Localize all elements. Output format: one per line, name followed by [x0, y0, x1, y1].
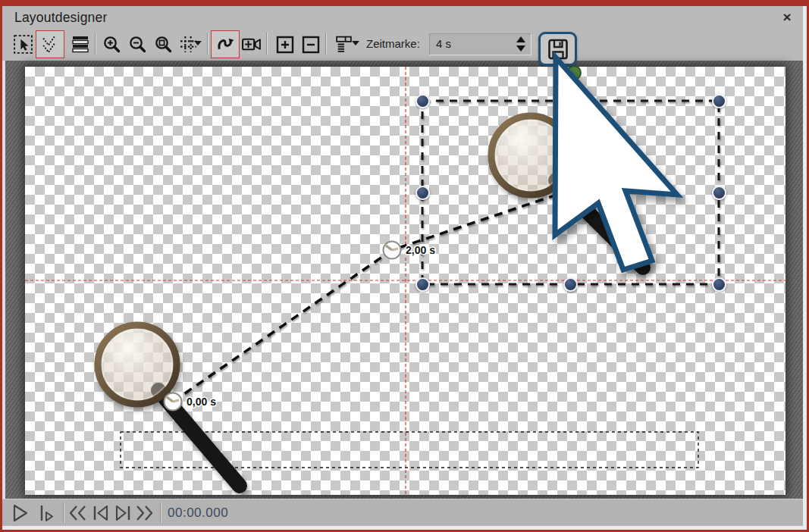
play-from-time-icon — [38, 503, 58, 523]
separator — [207, 33, 209, 55]
zone-edge — [2, 61, 5, 499]
separator — [325, 33, 327, 55]
separator — [95, 33, 96, 55]
zoom-in-button[interactable] — [98, 30, 127, 58]
zeitmarke-input[interactable]: 4 s — [429, 33, 531, 55]
selection-handle[interactable] — [712, 277, 726, 292]
zoom-fit-icon — [154, 35, 174, 55]
magnifier-object-end[interactable] — [491, 116, 643, 268]
spinner-up-icon[interactable] — [516, 36, 525, 42]
minus-icon — [301, 35, 321, 55]
waypoint-start[interactable] — [165, 393, 182, 411]
layoutdesigner-window: Layoutdesigner × — [0, 0, 809, 532]
camera-pan-button[interactable] — [237, 30, 265, 58]
layers-button[interactable] — [66, 30, 95, 58]
keyframe-list-dropdown-icon[interactable] — [352, 41, 359, 45]
fast-forward-button[interactable] — [134, 502, 155, 524]
titlebar[interactable]: Layoutdesigner × — [2, 6, 803, 27]
selection-handle[interactable] — [415, 94, 430, 108]
play-icon — [11, 503, 30, 523]
playback-bar: 00:00.000 — [2, 499, 803, 526]
rewind-button[interactable] — [67, 502, 88, 524]
selection-handle[interactable] — [415, 277, 430, 292]
time-display: 00:00.000 — [168, 505, 228, 521]
layout-canvas[interactable]: 0,00 s 2,00 s — [25, 67, 785, 495]
separator — [63, 502, 64, 523]
waypoint-middle[interactable] — [384, 242, 401, 259]
motion-path-icon — [41, 34, 59, 55]
close-button[interactable]: × — [777, 8, 797, 27]
save-button[interactable] — [538, 32, 577, 66]
window-title: Layoutdesigner — [14, 10, 107, 26]
zoom-out-button[interactable] — [124, 30, 152, 58]
keyframe-list-icon — [334, 35, 353, 54]
separator — [160, 502, 161, 523]
zeitmarke-label: Zeitmarke: — [366, 37, 420, 50]
canvas-art: 0,00 s 2,00 s — [25, 67, 785, 495]
motion-curve-icon — [215, 34, 236, 55]
current-time-marker[interactable] — [567, 67, 581, 80]
motion-curve-button[interactable] — [211, 30, 240, 58]
remove-button[interactable] — [296, 30, 325, 58]
skip-to-start-icon — [91, 503, 111, 523]
marquee-select-icon — [13, 34, 33, 55]
window-border — [0, 0, 2, 532]
plus-icon — [275, 35, 295, 55]
canvas-margin-hatch: 0,00 s 2,00 s — [2, 61, 803, 499]
layers-icon — [71, 35, 90, 54]
camera-pan-icon — [241, 34, 262, 55]
window-accent-strip — [0, 0, 809, 6]
play-from-time-button[interactable] — [37, 502, 58, 524]
zoom-in-icon — [102, 35, 122, 55]
motion-path[interactable] — [173, 193, 561, 402]
zoom-out-icon — [128, 35, 148, 55]
skip-to-start-button[interactable] — [90, 502, 111, 524]
rewind-icon — [67, 503, 88, 523]
selection-handle[interactable] — [563, 277, 578, 292]
spinner-down-icon[interactable] — [516, 45, 525, 52]
fast-forward-icon — [134, 503, 155, 523]
waypoint-middle-label: 2,00 s — [406, 244, 435, 256]
save-floppy-icon — [546, 37, 570, 61]
skip-to-end-button[interactable] — [112, 502, 133, 524]
selection-handle[interactable] — [712, 186, 726, 200]
motion-path-tool-button[interactable] — [36, 30, 64, 58]
toolbar: Zeitmarke: 4 s — [2, 27, 803, 61]
select-tool-button[interactable] — [8, 30, 37, 58]
add-button[interactable] — [271, 30, 299, 58]
selection-handle[interactable] — [712, 94, 726, 108]
play-button[interactable] — [10, 502, 31, 524]
skip-to-end-icon — [113, 503, 133, 523]
grid-dropdown-icon[interactable] — [194, 41, 202, 45]
separator — [266, 33, 268, 55]
waypoint-start-label: 0,00 s — [187, 396, 216, 408]
selection-handle[interactable] — [563, 94, 578, 108]
selection-handle[interactable] — [415, 186, 430, 200]
